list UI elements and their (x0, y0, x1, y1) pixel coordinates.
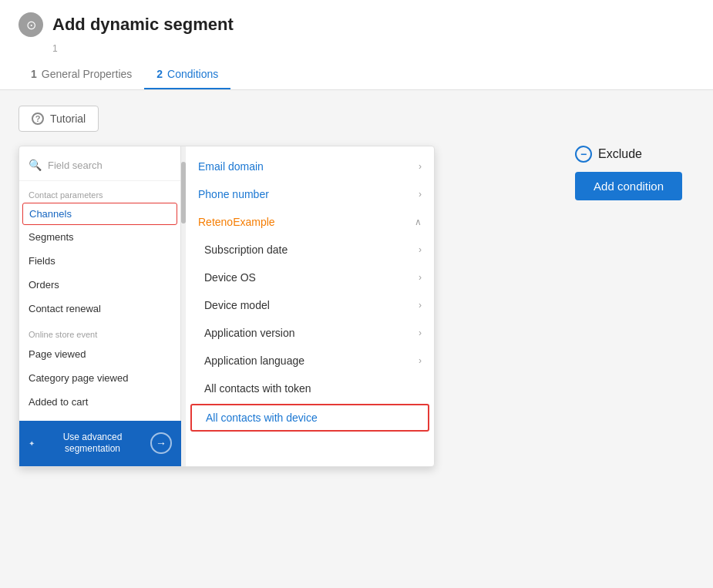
section-contact-params: Contact parameters (19, 181, 180, 203)
page-title: Add dynamic segment (52, 15, 234, 35)
right-item-subscription-date[interactable]: Subscription date › (186, 236, 434, 264)
step-indicator: 1 (52, 43, 695, 54)
tab-conditions[interactable]: 2 Conditions (144, 60, 230, 89)
page-container: ⊙ Add dynamic segment 1 1 General Proper… (0, 0, 713, 588)
tabs-row: 1 General Properties 2 Conditions (18, 60, 695, 89)
left-panel-wrapper: 🔍 Field search Contact parameters Channe… (19, 146, 181, 466)
dropdown-panel: 🔍 Field search Contact parameters Channe… (18, 146, 435, 467)
exclude-label: Exclude (598, 147, 642, 161)
search-row[interactable]: 🔍 Field search (19, 153, 180, 181)
right-item-reteno-example[interactable]: RetenoExample ∧ (186, 208, 434, 236)
advanced-segmentation-button[interactable]: ✦ Use advancedsegmentation → (19, 421, 181, 466)
left-item-added-to-cart[interactable]: Added to cart (19, 390, 180, 414)
chevron-right-icon: › (419, 300, 422, 311)
tutorial-label: Tutorial (50, 113, 86, 125)
exclude-row: − Exclude (575, 146, 642, 163)
chevron-right-icon: › (419, 161, 422, 172)
right-panel: Email domain › Phone number › RetenoExam… (186, 146, 434, 466)
left-item-page-viewed[interactable]: Page viewed (19, 342, 180, 366)
tab2-label: Conditions (167, 68, 218, 80)
left-item-contact-renewal[interactable]: Contact renewal (19, 297, 180, 321)
chevron-right-icon: › (419, 272, 422, 283)
left-item-category-page-viewed[interactable]: Category page viewed (19, 366, 180, 390)
star-icon: ✦ (29, 439, 35, 448)
add-condition-button[interactable]: Add condition (575, 172, 682, 200)
tutorial-button[interactable]: ? Tutorial (18, 106, 99, 132)
left-item-channels[interactable]: Channels (22, 203, 177, 225)
chevron-right-icon: › (419, 355, 422, 366)
left-item-segments[interactable]: Segments (19, 225, 180, 249)
tab-general-properties[interactable]: 1 General Properties (18, 60, 144, 89)
tab2-number: 2 (156, 68, 163, 80)
search-icon: 🔍 (29, 159, 42, 171)
right-item-email-domain[interactable]: Email domain › (186, 153, 434, 180)
left-item-orders[interactable]: Orders (19, 273, 180, 297)
right-side-controls: − Exclude Add condition (575, 146, 682, 200)
tab1-label: General Properties (42, 68, 133, 80)
tab1-number: 1 (31, 68, 37, 80)
header-title-row: ⊙ Add dynamic segment (18, 12, 695, 37)
right-item-application-language[interactable]: Application language › (186, 347, 434, 375)
right-item-device-model[interactable]: Device model › (186, 291, 434, 319)
section-online-store: Online store event (19, 321, 180, 342)
right-item-phone-number[interactable]: Phone number › (186, 180, 434, 208)
main-content: ? Tutorial 🔍 Field search Contact parame… (0, 90, 713, 163)
arrow-circle-icon: → (150, 432, 172, 454)
chevron-up-icon: ∧ (415, 217, 422, 227)
segment-icon: ⊙ (18, 12, 43, 37)
right-item-all-contacts-with-device[interactable]: All contacts with device (190, 404, 429, 432)
chevron-right-icon: › (419, 244, 422, 255)
right-item-all-contacts-with-token[interactable]: All contacts with token (186, 375, 434, 402)
advanced-btn-label: Use advancedsegmentation (41, 432, 144, 455)
right-item-device-os[interactable]: Device OS › (186, 264, 434, 291)
header: ⊙ Add dynamic segment 1 1 General Proper… (0, 0, 713, 90)
exclude-icon: − (575, 146, 592, 163)
chevron-right-icon: › (419, 328, 422, 338)
left-panel: 🔍 Field search Contact parameters Channe… (19, 146, 181, 466)
right-item-application-version[interactable]: Application version › (186, 319, 434, 347)
chevron-right-icon: › (419, 189, 422, 200)
left-item-fields[interactable]: Fields (19, 249, 180, 273)
question-icon: ? (32, 113, 44, 125)
search-placeholder: Field search (48, 160, 103, 171)
